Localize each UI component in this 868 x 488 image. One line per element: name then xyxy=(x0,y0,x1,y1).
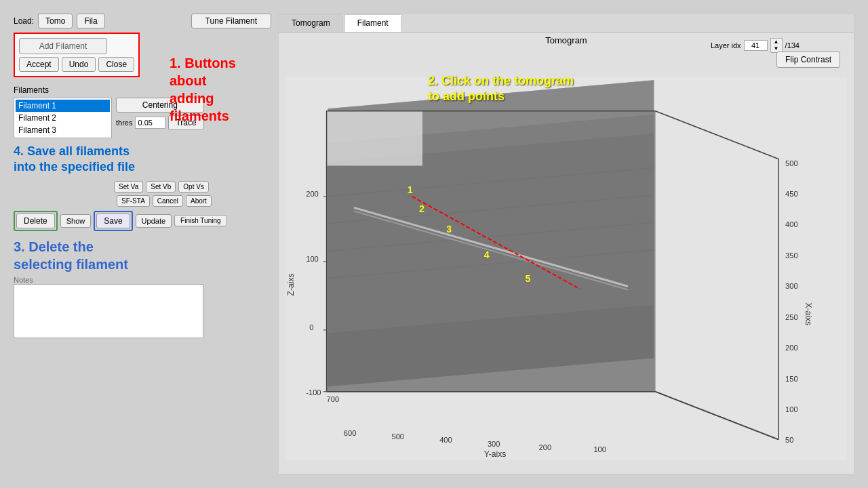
save-border-box: Save xyxy=(94,211,132,231)
svg-text:50: 50 xyxy=(785,436,793,444)
filaments-list: Filament 1 Filament 2 Filament 3 xyxy=(14,98,112,138)
tomogram-svg: 1 2 3 4 5 xyxy=(285,70,847,467)
delete-button[interactable]: Delete xyxy=(16,214,55,228)
tab-filament[interactable]: Filament xyxy=(344,14,401,32)
show-button[interactable]: Show xyxy=(60,214,92,228)
thres-input[interactable] xyxy=(135,117,165,129)
opt-vs-button[interactable]: Opt Vs xyxy=(178,181,209,192)
svg-text:400: 400 xyxy=(785,220,798,228)
svg-text:2: 2 xyxy=(419,203,425,214)
svg-text:350: 350 xyxy=(785,251,798,260)
plot-area[interactable]: 1 2 3 4 5 xyxy=(285,70,847,467)
svg-text:450: 450 xyxy=(785,190,798,198)
svg-text:Y-aixs: Y-aixs xyxy=(484,449,507,459)
set-va-button[interactable]: Set Va xyxy=(114,181,143,192)
layer-max: /134 xyxy=(785,41,800,49)
update-button[interactable]: Update xyxy=(136,214,172,228)
svg-text:700: 700 xyxy=(327,395,340,403)
svg-text:400: 400 xyxy=(439,436,452,444)
svg-text:-100: -100 xyxy=(306,388,321,396)
layer-idx-label: Layer idx xyxy=(711,41,741,49)
filament-item-2[interactable]: Filament 2 xyxy=(16,112,110,124)
svg-text:250: 250 xyxy=(785,313,798,321)
svg-text:4: 4 xyxy=(484,249,490,260)
delete-border-box: Delete xyxy=(14,211,58,231)
svg-text:300: 300 xyxy=(785,282,798,290)
svg-text:200: 200 xyxy=(306,190,319,198)
svg-text:X-aixs: X-aixs xyxy=(804,302,813,325)
svg-text:Z-aixs: Z-aixs xyxy=(286,273,296,296)
tab-tomogram[interactable]: Tomogram xyxy=(279,14,343,32)
tune-filament-button[interactable]: Tune Filament xyxy=(191,14,271,28)
svg-text:600: 600 xyxy=(344,429,357,437)
annotation-1: 1. Buttons about adding filaments xyxy=(170,54,271,125)
layer-control: Layer idx ▲ ▼ /134 xyxy=(711,38,800,53)
layer-value-input[interactable] xyxy=(744,40,768,51)
add-filament-box: Add Filament Accept Undo Close xyxy=(14,33,140,77)
filament-item-1[interactable]: Filament 1 xyxy=(16,100,110,112)
tomo-button[interactable]: Tomo xyxy=(38,14,73,28)
sf-row: SF-STA Cancel Abort xyxy=(14,195,271,207)
svg-text:3: 3 xyxy=(446,224,452,235)
right-panel: Tomogram Filament Tomogram Layer idx ▲ ▼… xyxy=(278,14,854,474)
bottom-controls: Delete Show Save Update Finish Tuning xyxy=(14,211,271,231)
load-label: Load: xyxy=(14,16,34,26)
close-button[interactable]: Close xyxy=(98,57,134,72)
svg-text:200: 200 xyxy=(785,344,798,352)
svg-text:1: 1 xyxy=(408,184,413,195)
annotation-4: 4. Save all filaments into the specified… xyxy=(14,144,271,176)
thres-label: thres xyxy=(116,119,132,127)
svg-marker-13 xyxy=(327,111,422,166)
tabs-row: Tomogram Filament xyxy=(279,14,854,33)
abort-button[interactable]: Abort xyxy=(186,195,212,207)
save-button[interactable]: Save xyxy=(96,214,130,228)
tomogram-content: Tomogram Layer idx ▲ ▼ /134 Flip Contras… xyxy=(279,33,854,474)
notes-textarea[interactable] xyxy=(14,284,203,338)
svg-text:500: 500 xyxy=(785,159,798,167)
svg-text:100: 100 xyxy=(593,445,606,453)
svg-text:5: 5 xyxy=(525,273,530,284)
svg-text:200: 200 xyxy=(539,443,552,451)
fila-button[interactable]: Fila xyxy=(77,14,104,28)
finish-tuning-button[interactable]: Finish Tuning xyxy=(174,215,226,226)
svg-text:150: 150 xyxy=(785,375,798,383)
svg-text:100: 100 xyxy=(785,405,798,413)
annotation-3: 3. Delete the selecting filament xyxy=(14,238,271,273)
accept-button[interactable]: Accept xyxy=(19,57,59,72)
set-vb-button[interactable]: Set Vb xyxy=(146,181,176,192)
layer-spinbox: ▲ ▼ xyxy=(770,38,783,53)
sf-sta-button[interactable]: SF-STA xyxy=(117,195,150,207)
notes-label: Notes xyxy=(14,276,271,284)
svg-text:0: 0 xyxy=(309,323,313,331)
annotation-2: 2. Click on the tomogram to add points xyxy=(428,73,574,105)
svg-text:100: 100 xyxy=(306,255,319,263)
layer-up-button[interactable]: ▲ xyxy=(771,39,782,45)
add-filament-button[interactable]: Add Filament xyxy=(19,38,107,54)
svg-text:500: 500 xyxy=(392,432,405,441)
flip-contrast-button[interactable]: Flip Contrast xyxy=(776,52,840,68)
svg-text:300: 300 xyxy=(488,440,500,448)
filament-item-3[interactable]: Filament 3 xyxy=(16,124,110,136)
notes-section: Notes xyxy=(14,276,271,340)
cancel-button[interactable]: Cancel xyxy=(153,195,183,207)
undo-button[interactable]: Undo xyxy=(62,57,96,72)
opt-row: Set Va Set Vb Opt Vs xyxy=(114,181,271,192)
